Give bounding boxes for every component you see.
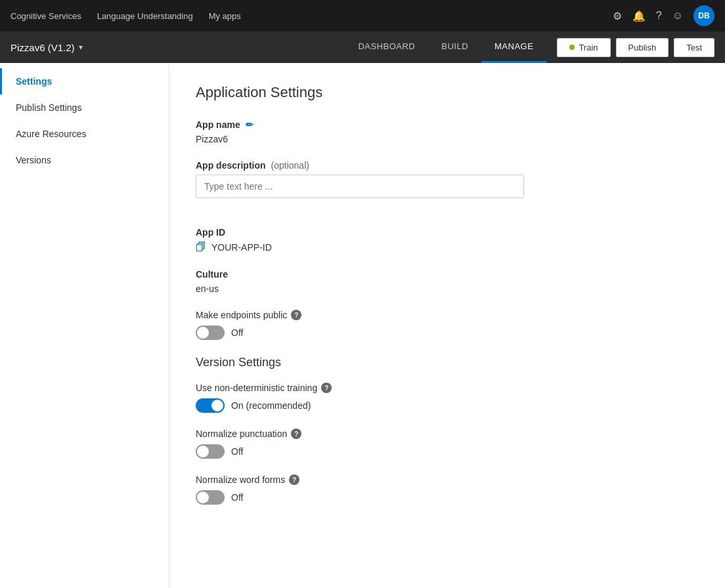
norm-word-help-icon[interactable]: ? bbox=[289, 474, 299, 485]
app-description-label: App description (optional) bbox=[196, 160, 699, 171]
bell-icon[interactable]: 🔔 bbox=[632, 10, 646, 22]
non-det-slider bbox=[196, 398, 225, 413]
app-navigation: Pizzav6 (V1.2) ▾ DASHBOARD BUILD MANAGE … bbox=[0, 32, 725, 63]
make-endpoints-help-icon[interactable]: ? bbox=[291, 310, 301, 320]
norm-punc-state: Off bbox=[231, 446, 243, 457]
app-id-row: 🗍 YOUR-APP-ID bbox=[196, 242, 699, 253]
train-button[interactable]: Train bbox=[557, 38, 610, 57]
app-title-text: Pizzav6 (V1.2) bbox=[11, 42, 75, 53]
tab-build[interactable]: BUILD bbox=[428, 32, 481, 63]
culture-value: en-us bbox=[196, 284, 699, 294]
help-icon[interactable]: ? bbox=[656, 10, 662, 22]
app-id-section: App ID 🗍 YOUR-APP-ID bbox=[196, 227, 699, 253]
main-layout: Settings Publish Settings Azure Resource… bbox=[0, 63, 725, 588]
app-title[interactable]: Pizzav6 (V1.2) ▾ bbox=[11, 42, 83, 53]
nav-actions: Train Publish Test bbox=[557, 38, 714, 57]
app-name-label: App name ✏ bbox=[196, 119, 699, 130]
tab-dashboard[interactable]: DASHBOARD bbox=[345, 32, 428, 63]
version-settings-title: Version Settings bbox=[196, 356, 699, 369]
my-apps-link[interactable]: My apps bbox=[209, 11, 241, 21]
make-endpoints-control: Off bbox=[196, 326, 699, 340]
non-deterministic-label: Use non-deterministic training ? bbox=[196, 383, 699, 393]
app-description-input[interactable] bbox=[196, 175, 524, 198]
nav-tabs: DASHBOARD BUILD MANAGE bbox=[345, 32, 546, 63]
non-det-toggle[interactable] bbox=[196, 398, 225, 413]
page-title: Application Settings bbox=[196, 84, 699, 101]
culture-label: Culture bbox=[196, 269, 699, 280]
sidebar-item-versions[interactable]: Versions bbox=[0, 147, 169, 173]
norm-punc-slider bbox=[196, 444, 225, 459]
brand-label[interactable]: Cognitive Services bbox=[11, 11, 81, 21]
chevron-down-icon: ▾ bbox=[79, 43, 83, 52]
publish-button[interactable]: Publish bbox=[616, 38, 669, 57]
app-description-section: App description (optional) bbox=[196, 160, 699, 211]
top-nav-right: ⚙ 🔔 ? ☺ DB bbox=[613, 5, 714, 26]
non-deterministic-toggle-row: Use non-deterministic training ? On (rec… bbox=[196, 383, 699, 413]
app-name-section: App name ✏ Pizzav6 bbox=[196, 119, 699, 144]
norm-word-toggle[interactable] bbox=[196, 490, 225, 505]
normalize-punctuation-label: Normalize punctuation ? bbox=[196, 429, 699, 439]
train-status-dot bbox=[569, 45, 575, 50]
train-label: Train bbox=[579, 43, 598, 52]
norm-punc-knob bbox=[197, 446, 209, 457]
sidebar-item-azure-resources[interactable]: Azure Resources bbox=[0, 121, 169, 147]
non-det-state: On (recommended) bbox=[231, 400, 311, 411]
copy-icon[interactable]: 🗍 bbox=[196, 242, 206, 253]
main-content: Application Settings App name ✏ Pizzav6 … bbox=[169, 63, 725, 588]
smiley-icon[interactable]: ☺ bbox=[672, 10, 683, 22]
normalize-word-forms-label: Normalize word forms ? bbox=[196, 474, 699, 485]
make-endpoints-slider bbox=[196, 326, 225, 340]
normalize-punctuation-toggle-row: Normalize punctuation ? Off bbox=[196, 429, 699, 459]
sidebar-item-settings[interactable]: Settings bbox=[0, 68, 169, 94]
app-id-label: App ID bbox=[196, 227, 699, 238]
norm-word-control: Off bbox=[196, 490, 699, 505]
edit-app-name-icon[interactable]: ✏ bbox=[246, 119, 253, 130]
make-endpoints-toggle-row: Make endpoints public ? Off bbox=[196, 310, 699, 340]
app-name-value: Pizzav6 bbox=[196, 134, 699, 144]
sidebar: Settings Publish Settings Azure Resource… bbox=[0, 63, 169, 588]
tab-manage[interactable]: MANAGE bbox=[481, 32, 546, 63]
make-endpoints-toggle[interactable] bbox=[196, 326, 225, 340]
settings-icon[interactable]: ⚙ bbox=[613, 10, 622, 22]
norm-word-knob bbox=[197, 492, 209, 503]
norm-punc-help-icon[interactable]: ? bbox=[291, 429, 301, 439]
sidebar-item-publish-settings[interactable]: Publish Settings bbox=[0, 94, 169, 121]
culture-section: Culture en-us bbox=[196, 269, 699, 294]
norm-word-slider bbox=[196, 490, 225, 505]
norm-punc-control: Off bbox=[196, 444, 699, 459]
make-endpoints-state: Off bbox=[231, 327, 243, 338]
make-endpoints-knob bbox=[197, 327, 209, 339]
normalize-word-forms-toggle-row: Normalize word forms ? Off bbox=[196, 474, 699, 505]
language-understanding-link[interactable]: Language Understanding bbox=[97, 11, 193, 21]
top-navigation: Cognitive Services Language Understandin… bbox=[0, 0, 725, 32]
non-det-knob bbox=[211, 400, 223, 411]
app-id-value: YOUR-APP-ID bbox=[211, 242, 272, 253]
norm-word-state: Off bbox=[231, 492, 243, 503]
app-desc-optional: (optional) bbox=[271, 160, 309, 171]
non-det-help-icon[interactable]: ? bbox=[321, 383, 332, 393]
test-button[interactable]: Test bbox=[674, 38, 714, 57]
norm-punc-toggle[interactable] bbox=[196, 444, 225, 459]
make-endpoints-label: Make endpoints public ? bbox=[196, 310, 699, 320]
user-avatar[interactable]: DB bbox=[693, 5, 714, 26]
non-det-control: On (recommended) bbox=[196, 398, 699, 413]
